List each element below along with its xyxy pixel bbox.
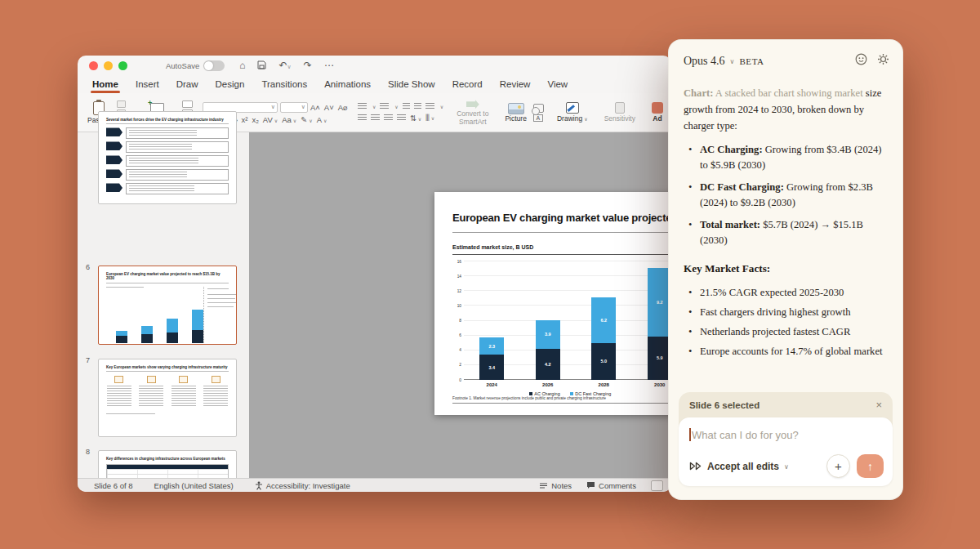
slide-chart-plot: 2.33.420243.94.220266.25.020289.25.92030 [464,261,671,380]
input-placeholder: What can I do for you? [692,429,799,441]
increase-indent-icon[interactable] [414,103,421,110]
cut-icon[interactable] [117,100,126,108]
ai-panel-header: Opus 4.6 ∨ BETA [669,40,902,69]
addins-icon [652,102,663,114]
tab-animations[interactable]: Animations [324,79,371,92]
feedback-icon[interactable] [855,53,867,69]
settings-gear-icon[interactable] [877,53,889,69]
redo-button[interactable]: ↷ [304,60,312,70]
picture-button[interactable]: Picture [501,102,529,123]
tab-home[interactable]: Home [92,79,118,92]
undo-button[interactable]: ↶∨ [278,60,291,70]
font-color-icon[interactable]: A∨ [317,115,327,124]
superscript-button[interactable]: x² [241,115,247,124]
sensitivity-icon [615,102,625,114]
key-market-facts-heading: Key Market Facts: [684,261,889,277]
list-item: Netherlands projected fastest CAGR [688,324,889,340]
change-case-icon[interactable]: Aa∨ [282,115,296,124]
close-window-button[interactable] [89,61,98,70]
thumbnail-number-8: 8 [86,448,90,456]
minimize-window-button[interactable] [104,61,113,70]
tab-view[interactable]: View [547,79,568,92]
align-right-icon[interactable] [384,114,393,122]
notes-button[interactable]: Notes [539,481,572,490]
thumbnail-title: Several market forces drive the EV charg… [106,118,229,122]
notes-icon [539,482,548,489]
tab-slideshow[interactable]: Slide Show [388,79,435,92]
columns-icon[interactable]: ⫼∨ [425,113,434,123]
view-mode-button[interactable] [651,480,663,491]
justify-icon[interactable] [397,114,406,122]
line-spacing-icon[interactable] [425,103,434,110]
subscript-button[interactable]: x₂ [252,115,258,124]
status-bar: Slide 6 of 8 English (United States) Acc… [78,478,671,492]
powerpoint-window: AutoSave ⌂ ↶∨ ↷ ⋯ Home Insert Draw Desig… [78,56,671,492]
list-item: Total market: $5.7B (2024) → $15.1B (203… [688,217,889,248]
highlight-color-icon[interactable]: ✎∨ [301,115,312,124]
thumbnail-number-7: 7 [86,356,90,364]
decrease-font-icon[interactable]: A˅ [324,103,334,112]
sensitivity-button[interactable]: Sensitivity [601,96,639,130]
convert-to-smartart-button[interactable]: Convert toSmartArt [453,96,492,130]
tab-design[interactable]: Design [216,79,245,92]
attach-button[interactable]: + [826,454,850,478]
fast-forward-icon [689,462,702,471]
numbering-icon[interactable] [380,103,389,110]
close-icon[interactable]: × [875,399,882,411]
ribbon-tabs: Home Insert Draw Design Transitions Anim… [78,75,671,93]
ai-response-content: Chart: A stacked bar chart showing marke… [669,69,902,359]
align-left-icon[interactable] [358,114,367,122]
save-icon[interactable] [257,60,266,71]
titlebar: AutoSave ⌂ ↶∨ ↷ ⋯ [78,56,671,75]
clear-formatting-icon[interactable]: A⌀ [338,103,348,112]
addins-button[interactable]: Ad [648,96,666,130]
thumbnail-title: Key differences in charging infrastructu… [106,457,229,461]
slide-title[interactable]: European EV charging market value projec… [452,212,671,224]
zoom-window-button[interactable] [118,61,127,70]
bar-2028: 6.25.02028 [591,297,616,381]
tab-insert[interactable]: Insert [136,79,159,92]
shapes-icon[interactable] [533,104,544,113]
list-item: AC Charging: Growing from $3.4B (2024) t… [688,142,889,173]
send-button[interactable]: ↑ [857,454,884,478]
accessibility-status[interactable]: Accessibility: Investigate [255,481,350,490]
thumbnail-slide-7[interactable]: Key European markets show varying chargi… [98,359,237,437]
drawing-icon [566,102,579,114]
thumbnail-slide-6[interactable]: European EV charging market value projec… [98,266,237,345]
decrease-indent-icon[interactable] [403,103,410,110]
current-slide[interactable]: Section marker European EV charging mark… [434,192,671,415]
autosave-toggle[interactable] [203,60,225,71]
editing-canvas: Section marker European EV charging mark… [249,132,671,478]
model-selector[interactable]: Opus 4.6 [684,55,725,68]
language-setting[interactable]: English (United States) [154,481,234,490]
prompt-input[interactable]: What can I do for you? Accept all edits … [679,417,893,486]
thumbnail-slide-5[interactable]: Several market forces drive the EV charg… [98,111,237,204]
comments-icon [586,481,595,489]
align-center-icon[interactable] [371,114,380,122]
slide-layout-icon[interactable] [182,100,193,108]
character-spacing-icon[interactable]: AV∨ [263,115,278,124]
text-box-icon[interactable]: A [533,114,543,122]
drawing-button[interactable]: Drawing∨ [554,96,591,130]
tab-transitions[interactable]: Transitions [261,79,307,92]
thumbnail-number-6: 6 [86,263,90,271]
charger-type-list: AC Charging: Growing from $3.4B (2024) t… [688,142,889,248]
comments-button[interactable]: Comments [586,481,636,490]
accept-all-edits-button[interactable]: Accept all edits ∨ [689,461,789,472]
list-item: Fast chargers driving highest growth [688,305,889,320]
slide-counter[interactable]: Slide 6 of 8 [94,481,133,490]
tab-draw[interactable]: Draw [176,79,198,92]
list-item: 21.5% CAGR expected 2025-2030 [688,285,889,301]
autosave-control[interactable]: AutoSave [166,60,225,71]
stacked-bar-chart[interactable]: 0246810121416 2.33.420243.94.220266.25.0… [452,261,671,396]
home-icon[interactable]: ⌂ [239,60,245,70]
bullets-icon[interactable] [358,103,367,110]
tab-review[interactable]: Review [500,79,531,92]
more-commands-button[interactable]: ⋯ [324,60,334,70]
chevron-down-icon: ∨ [730,58,735,65]
increase-font-icon[interactable]: A˄ [310,103,320,112]
text-direction-icon[interactable]: ⇅∨ [410,114,421,123]
tab-record[interactable]: Record [452,79,483,92]
chart-header: Estimated market size, B USD [452,244,533,250]
font-size-select[interactable] [280,102,308,113]
